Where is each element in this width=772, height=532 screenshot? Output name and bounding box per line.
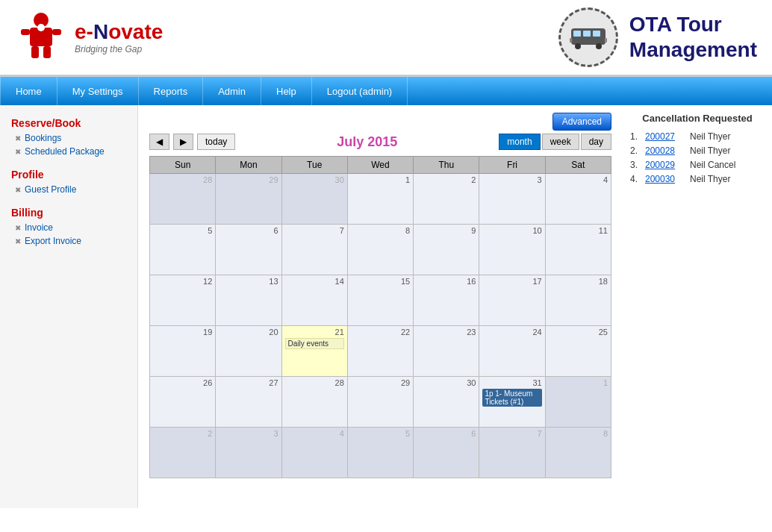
table-row[interactable]: 2 [150,428,216,478]
table-row[interactable]: 9 [414,225,479,275]
table-row[interactable]: 1 [545,377,611,428]
table-row[interactable]: 22 [347,326,413,377]
table-row[interactable]: 4 [545,174,611,225]
calendar-prev-button[interactable]: ◀ [149,134,169,150]
table-row[interactable]: 13 [216,275,281,326]
sidebar-invoice-link[interactable]: Invoice [25,222,53,233]
day-number: 2 [417,175,476,184]
day-number: 4 [285,429,344,438]
calendar-event[interactable]: 1p 1- Museum Tickets (#1) [482,389,541,407]
svg-point-12 [596,43,602,49]
table-row[interactable]: 7 [479,428,545,478]
sidebar-item-invoice[interactable]: ✖ Invoice [0,221,137,234]
table-row[interactable]: 30 [281,174,347,225]
sidebar-item-bookings[interactable]: ✖ Bookings [0,131,137,145]
table-row[interactable]: 30 [414,377,479,428]
day-number: 18 [549,277,608,286]
table-row[interactable]: 17 [479,275,545,326]
table-row[interactable]: 7 [281,225,347,275]
sidebar-bookings-link[interactable]: Bookings [25,133,61,143]
nav-logout[interactable]: Logout (admin) [312,77,408,105]
table-row[interactable]: 2 [414,174,479,225]
day-number: 5 [153,226,212,235]
svg-rect-9 [583,31,591,37]
nav-home[interactable]: Home [0,77,57,105]
table-row[interactable]: 26 [150,377,216,428]
sidebar-item-scheduled-package[interactable]: ✖ Scheduled Package [0,145,137,158]
nav-my-settings[interactable]: My Settings [57,77,139,105]
table-row[interactable]: 18 [545,275,611,326]
table-row[interactable]: 6 [414,428,479,478]
calendar-day-button[interactable]: day [581,134,611,150]
sidebar-scheduled-link[interactable]: Scheduled Package [25,146,105,157]
table-row[interactable]: 14 [281,275,347,326]
table-row[interactable]: 6 [216,225,281,275]
table-row[interactable]: 311p 1- Museum Tickets (#1) [479,377,545,428]
table-row[interactable]: 12 [150,275,216,326]
sidebar-guest-profile-link[interactable]: Guest Profile [25,184,76,195]
cancel-item-id[interactable]: 200027 [645,131,686,142]
calendar-today-button[interactable]: today [197,134,235,150]
svg-rect-4 [31,46,39,58]
day-number: 30 [285,175,344,184]
cancel-item-id[interactable]: 200030 [645,174,686,184]
day-number: 27 [219,378,278,387]
table-row[interactable]: 29 [347,377,413,428]
table-row[interactable]: 3 [479,174,545,225]
logo-right: OTA Tour Management [558,7,757,67]
table-row[interactable]: 8 [545,428,611,478]
svg-point-6 [37,24,45,31]
table-row[interactable]: 3 [216,428,281,478]
sidebar-item-guest-profile[interactable]: ✖ Guest Profile [0,183,137,196]
day-number: 19 [153,328,212,337]
table-row[interactable]: 29 [216,174,281,225]
table-row[interactable]: 23 [414,326,479,377]
table-row[interactable]: 21Daily events [281,326,347,377]
table-row[interactable]: 11 [545,225,611,275]
daily-event[interactable]: Daily events [285,338,344,349]
table-row[interactable]: 27 [216,377,281,428]
cancel-item-id[interactable]: 200029 [645,160,686,170]
table-row[interactable]: 15 [347,275,413,326]
table-row[interactable]: 19 [150,326,216,377]
cancel-item-num: 2. [630,145,641,156]
day-number: 4 [549,175,608,184]
sidebar-x-icon: ✖ [15,134,21,143]
table-row[interactable]: 20 [216,326,281,377]
day-number: 6 [417,429,476,438]
day-number: 2 [153,429,212,438]
table-row[interactable]: 5 [347,428,413,478]
sidebar-section-billing: Billing [0,202,137,221]
calendar-month-button[interactable]: month [499,134,540,150]
list-item: 1.200027Neil Thyer [630,131,765,142]
calendar-week-button[interactable]: week [542,134,579,150]
table-row[interactable]: 28 [150,174,216,225]
table-row[interactable]: 10 [479,225,545,275]
day-number: 28 [285,378,344,387]
table-row[interactable]: 16 [414,275,479,326]
nav-reports[interactable]: Reports [139,77,204,105]
day-number: 3 [482,175,541,184]
svg-rect-8 [573,31,581,37]
main-nav: Home My Settings Reports Admin Help Logo… [0,77,772,105]
table-row[interactable]: 8 [347,225,413,275]
table-row[interactable]: 1 [347,174,413,225]
day-number: 11 [549,226,608,235]
table-row[interactable]: 5 [150,225,216,275]
table-row[interactable]: 28 [281,377,347,428]
nav-admin[interactable]: Admin [203,77,261,105]
table-row[interactable]: 4 [281,428,347,478]
calendar-nav: ◀ ▶ today [149,134,235,150]
cancel-item-id[interactable]: 200028 [645,145,686,156]
table-row[interactable]: 25 [545,326,611,377]
nav-help[interactable]: Help [261,77,312,105]
sidebar-export-invoice-link[interactable]: Export Invoice [25,236,81,246]
advanced-button[interactable]: Advanced [552,113,611,131]
sidebar-x-icon-4: ✖ [15,224,21,232]
logo-left: e-Novate Bridging the Gap [15,11,163,63]
calendar-next-button[interactable]: ▶ [173,134,193,150]
sidebar-x-icon-5: ✖ [15,237,21,245]
table-row[interactable]: 24 [479,326,545,377]
sidebar-item-export-invoice[interactable]: ✖ Export Invoice [0,234,137,248]
list-item: 3.200029Neil Cancel [630,160,765,170]
